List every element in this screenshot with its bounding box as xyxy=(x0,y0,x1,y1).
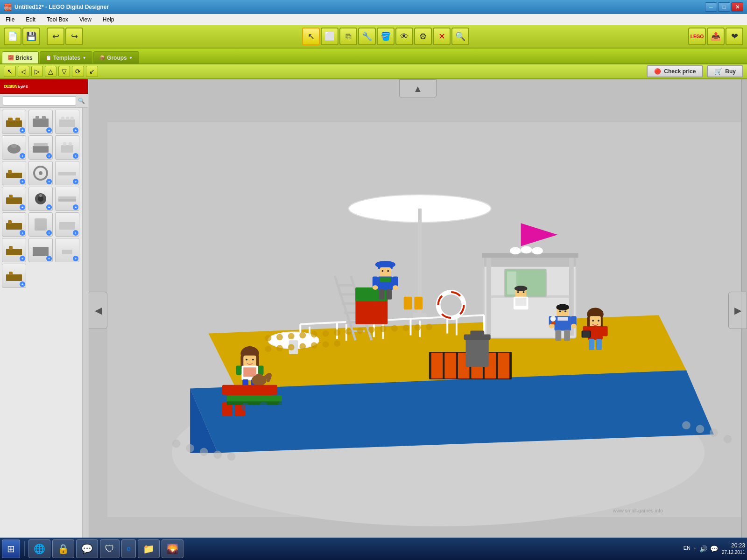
svg-rect-34 xyxy=(9,246,13,250)
menu-file[interactable]: File xyxy=(2,15,18,24)
brick-item[interactable]: + xyxy=(28,238,53,262)
brick-item[interactable]: + xyxy=(55,187,79,211)
nav-next[interactable]: ▷ xyxy=(31,66,43,77)
menu-edit[interactable]: Edit xyxy=(22,15,39,24)
taskbar-defender[interactable]: 🛡 xyxy=(100,539,120,558)
brick-item[interactable]: + xyxy=(2,161,26,185)
brick-item[interactable]: + xyxy=(28,187,53,211)
subtoolbar-left: ↖ ◁ ▷ △ ▽ ⟳ ↙ xyxy=(4,66,98,77)
taskbar-ie[interactable]: e xyxy=(121,539,136,558)
new-button[interactable]: 📄 xyxy=(4,28,21,45)
svg-rect-36 xyxy=(62,250,72,254)
svg-rect-133 xyxy=(515,298,527,306)
brick-item[interactable]: + xyxy=(55,135,79,160)
menu-toolbox[interactable]: Tool Box xyxy=(43,15,72,24)
hinge-tool[interactable]: ⚙ xyxy=(414,28,432,45)
taskbar-skype[interactable]: 💬 xyxy=(76,539,98,558)
brick-item[interactable]: + xyxy=(28,212,53,237)
nav-select[interactable]: ↖ xyxy=(4,66,16,77)
svg-point-135 xyxy=(556,304,569,311)
save-button[interactable]: 💾 xyxy=(22,28,40,45)
svg-point-90 xyxy=(373,285,378,290)
flex-tool[interactable]: 🔧 xyxy=(358,28,376,45)
svg-point-160 xyxy=(265,335,272,341)
menu-help[interactable]: Help xyxy=(99,15,118,24)
share-button[interactable]: 📤 xyxy=(707,28,725,45)
delete-tool[interactable]: ✕ xyxy=(433,28,451,45)
redo-button[interactable]: ↪ xyxy=(65,28,83,45)
svg-point-162 xyxy=(288,333,295,340)
brick-item[interactable]: + xyxy=(2,212,26,237)
svg-point-211 xyxy=(352,413,360,421)
undo-button[interactable]: ↩ xyxy=(47,28,64,45)
brick-item[interactable]: + xyxy=(55,238,79,262)
lang-indicator[interactable]: EN xyxy=(684,545,691,553)
taskbar-torrent[interactable]: 🔒 xyxy=(52,539,74,558)
notification-icon[interactable]: 💬 xyxy=(710,545,718,553)
svg-rect-87 xyxy=(380,277,391,282)
svg-rect-18 xyxy=(8,170,12,174)
add-badge: + xyxy=(20,204,25,210)
svg-point-210 xyxy=(333,414,341,422)
brick-item[interactable]: + xyxy=(28,161,53,185)
nav-down[interactable]: ▽ xyxy=(58,66,70,77)
svg-rect-159 xyxy=(583,331,590,337)
start-button[interactable]: ⊞ xyxy=(2,539,20,558)
menu-view[interactable]: View xyxy=(76,15,95,24)
subtoolbar-right: 🔴 Check price 🛒 Buy xyxy=(647,65,743,77)
close-button[interactable]: ✕ xyxy=(731,2,743,12)
taskbar-pictures[interactable]: 🌄 xyxy=(162,539,183,558)
svg-point-236 xyxy=(724,435,732,443)
nav-rotate[interactable]: ⟳ xyxy=(72,66,84,77)
svg-point-187 xyxy=(333,398,341,406)
brick-item[interactable]: + xyxy=(55,161,79,185)
nav-up-sub[interactable]: △ xyxy=(45,66,56,77)
brick-item[interactable]: + xyxy=(2,264,26,288)
titlebar: 🧱 Untitled12* - LEGO Digital Designer ─ … xyxy=(0,0,747,14)
canvas-nav-up[interactable]: ▲ xyxy=(399,79,437,98)
system-clock[interactable]: 20:23 27.12.2011 xyxy=(722,542,745,556)
clone-tool[interactable]: ⧉ xyxy=(339,28,357,45)
tab-bricks[interactable]: 🧱 Bricks xyxy=(2,51,39,63)
svg-rect-80 xyxy=(414,297,423,310)
brick-item[interactable]: + xyxy=(55,110,79,134)
brick-item[interactable]: + xyxy=(55,212,79,237)
look-tool[interactable]: 🔍 xyxy=(451,28,469,45)
canvas-nav-left[interactable]: ◀ xyxy=(89,292,107,329)
sidebar-scrollbar[interactable] xyxy=(82,108,88,541)
nav-diagonal[interactable]: ↙ xyxy=(86,66,98,77)
check-price-button[interactable]: 🔴 Check price xyxy=(647,65,703,77)
volume-icon[interactable]: 🔊 xyxy=(699,545,707,553)
canvas-area[interactable]: ▲ ◀ ▶ /* SVG circles for studs will be d… xyxy=(89,79,747,541)
minimize-button[interactable]: ─ xyxy=(705,2,717,12)
hide-tool[interactable]: 👁 xyxy=(395,28,413,45)
svg-point-142 xyxy=(549,324,555,329)
svg-point-91 xyxy=(393,285,398,290)
canvas-nav-right[interactable]: ▶ xyxy=(728,292,747,329)
network-icon[interactable]: ↑ xyxy=(693,545,697,553)
svg-point-165 xyxy=(323,330,329,337)
tab-groups[interactable]: 📦 Groups ▼ xyxy=(93,51,139,63)
svg-rect-3 xyxy=(33,119,49,127)
svg-point-191 xyxy=(407,394,415,403)
brick-item[interactable]: + xyxy=(2,135,26,160)
tab-templates[interactable]: 📋 Templates ▼ xyxy=(40,51,92,63)
brick-item[interactable]: + xyxy=(2,187,26,211)
brick-item[interactable]: + xyxy=(2,110,26,134)
templates-tab-arrow: ▼ xyxy=(82,56,86,60)
brick-item[interactable]: + xyxy=(28,135,53,160)
paint-tool[interactable]: 🪣 xyxy=(377,28,395,45)
file-tools: 📄 💾 xyxy=(4,28,40,45)
search-input[interactable] xyxy=(3,96,76,105)
select-tool[interactable]: ↖ xyxy=(302,28,320,45)
svg-rect-105 xyxy=(258,365,264,375)
brick-item[interactable]: + xyxy=(28,110,53,134)
brick-tool[interactable]: ⬜ xyxy=(321,28,338,45)
taskbar-explorer[interactable]: 📁 xyxy=(138,539,160,558)
buy-button[interactable]: 🛒 Buy xyxy=(707,65,743,77)
nav-prev[interactable]: ◁ xyxy=(18,66,29,77)
taskbar-chrome[interactable]: 🌐 xyxy=(28,539,50,558)
maximize-button[interactable]: □ xyxy=(718,2,730,12)
brick-item[interactable]: + xyxy=(2,238,26,262)
heart-button[interactable]: ❤ xyxy=(726,28,743,45)
